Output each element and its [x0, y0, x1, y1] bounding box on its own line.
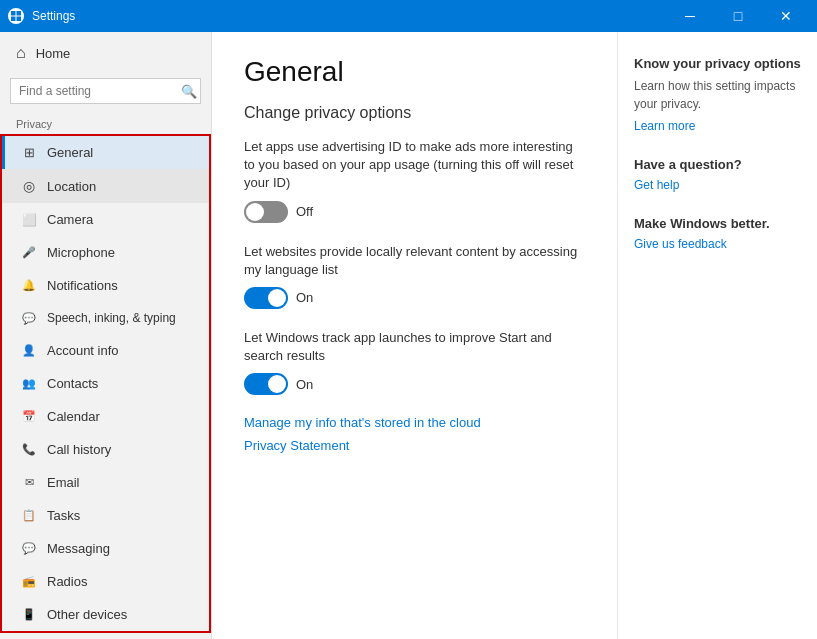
right-title-question: Have a question?	[634, 157, 801, 172]
search-icon-button[interactable]: 🔍	[181, 84, 197, 99]
sidebar-label-other-devices: Other devices	[47, 607, 127, 622]
sidebar-search-container: 🔍	[10, 78, 201, 104]
email-icon: ✉	[21, 476, 37, 489]
sidebar-label-email: Email	[47, 475, 80, 490]
sidebar-item-camera[interactable]: ⬜ Camera	[2, 203, 209, 236]
get-help-link[interactable]: Get help	[634, 178, 801, 192]
svg-rect-3	[17, 17, 22, 22]
sidebar-item-home[interactable]: ⌂ Home	[0, 32, 211, 74]
sidebar-section-label: Privacy	[0, 112, 211, 134]
setting-local-content-desc: Let websites provide locally relevant co…	[244, 243, 585, 279]
toggle-row-track-launches: On	[244, 373, 585, 395]
sidebar-label-general: General	[47, 145, 93, 160]
sidebar-label-messaging: Messaging	[47, 541, 110, 556]
notifications-icon: 🔔	[21, 279, 37, 292]
setting-local-content: Let websites provide locally relevant co…	[244, 243, 585, 309]
sidebar-item-speech[interactable]: 💬 Speech, inking, & typing	[2, 302, 209, 334]
maximize-button[interactable]: □	[715, 0, 761, 32]
sidebar-item-messaging[interactable]: 💬 Messaging	[2, 532, 209, 565]
tasks-icon: 📋	[21, 509, 37, 522]
sidebar-label-call-history: Call history	[47, 442, 111, 457]
privacy-statement-link[interactable]: Privacy Statement	[244, 438, 350, 453]
sidebar-highlight-box: ⊞ General ◎ Location ⬜ Camera 🎤 Micropho…	[0, 134, 211, 633]
call-history-icon: 📞	[21, 443, 37, 456]
sidebar-label-tasks: Tasks	[47, 508, 80, 523]
general-icon: ⊞	[21, 145, 37, 160]
home-label: Home	[36, 46, 71, 61]
sidebar-label-notifications: Notifications	[47, 278, 118, 293]
sidebar-item-other-devices[interactable]: 📱 Other devices	[2, 598, 209, 631]
camera-icon: ⬜	[21, 213, 37, 227]
page-title: General	[244, 56, 585, 88]
calendar-icon: 📅	[21, 410, 37, 423]
sidebar-item-account-info[interactable]: 👤 Account info	[2, 334, 209, 367]
feedback-link[interactable]: Give us feedback	[634, 237, 801, 251]
sidebar-item-email[interactable]: ✉ Email	[2, 466, 209, 499]
toggle-local-content[interactable]	[244, 287, 288, 309]
right-section-privacy-options: Know your privacy options Learn how this…	[634, 56, 801, 133]
window-title: Settings	[32, 9, 75, 23]
toggle-label-track-launches: On	[296, 377, 313, 392]
main-content: General Change privacy options Let apps …	[212, 32, 617, 639]
sidebar-label-camera: Camera	[47, 212, 93, 227]
right-title-windows-better: Make Windows better.	[634, 216, 801, 231]
setting-advertising-id-desc: Let apps use advertising ID to make ads …	[244, 138, 585, 193]
account-info-icon: 👤	[21, 344, 37, 357]
sidebar: ⌂ Home 🔍 Privacy ⊞ General ◎ Location ⬜	[0, 32, 212, 639]
learn-more-link[interactable]: Learn more	[634, 119, 801, 133]
messaging-icon: 💬	[21, 542, 37, 555]
window-controls: ─ □ ✕	[667, 0, 809, 32]
sidebar-label-speech: Speech, inking, & typing	[47, 311, 176, 325]
sidebar-item-general[interactable]: ⊞ General	[2, 136, 209, 169]
toggle-row-local-content: On	[244, 287, 585, 309]
radios-icon: 📻	[21, 575, 37, 588]
other-devices-icon: 📱	[21, 608, 37, 621]
manage-info-link[interactable]: Manage my info that's stored in the clou…	[244, 415, 481, 430]
sidebar-item-calendar[interactable]: 📅 Calendar	[2, 400, 209, 433]
sidebar-item-radios[interactable]: 📻 Radios	[2, 565, 209, 598]
sidebar-item-location[interactable]: ◎ Location	[2, 169, 209, 203]
sidebar-item-microphone[interactable]: 🎤 Microphone	[2, 236, 209, 269]
contacts-icon: 👥	[21, 377, 37, 390]
sidebar-item-notifications[interactable]: 🔔 Notifications	[2, 269, 209, 302]
sidebar-label-microphone: Microphone	[47, 245, 115, 260]
toggle-label-local-content: On	[296, 290, 313, 305]
right-panel: Know your privacy options Learn how this…	[617, 32, 817, 639]
sidebar-label-calendar: Calendar	[47, 409, 100, 424]
right-section-question: Have a question? Get help	[634, 157, 801, 192]
location-icon: ◎	[21, 178, 37, 194]
right-text-privacy-options: Learn how this setting impacts your priv…	[634, 77, 801, 113]
app-icon	[8, 8, 24, 24]
sidebar-label-radios: Radios	[47, 574, 87, 589]
toggle-label-advertising-id: Off	[296, 204, 313, 219]
sidebar-label-location: Location	[47, 179, 96, 194]
minimize-button[interactable]: ─	[667, 0, 713, 32]
app-container: ⌂ Home 🔍 Privacy ⊞ General ◎ Location ⬜	[0, 32, 817, 639]
toggle-row-advertising-id: Off	[244, 201, 585, 223]
home-icon: ⌂	[16, 44, 26, 62]
content-subtitle: Change privacy options	[244, 104, 585, 122]
microphone-icon: 🎤	[21, 246, 37, 259]
search-input[interactable]	[10, 78, 201, 104]
toggle-advertising-id[interactable]	[244, 201, 288, 223]
sidebar-label-account-info: Account info	[47, 343, 119, 358]
sidebar-item-tasks[interactable]: 📋 Tasks	[2, 499, 209, 532]
right-title-privacy-options: Know your privacy options	[634, 56, 801, 71]
svg-rect-1	[17, 11, 22, 16]
setting-track-launches-desc: Let Windows track app launches to improv…	[244, 329, 585, 365]
titlebar-left: Settings	[8, 8, 75, 24]
close-button[interactable]: ✕	[763, 0, 809, 32]
speech-icon: 💬	[21, 312, 37, 325]
right-section-windows-better: Make Windows better. Give us feedback	[634, 216, 801, 251]
toggle-track-launches[interactable]	[244, 373, 288, 395]
svg-rect-2	[11, 17, 16, 22]
svg-rect-0	[11, 11, 16, 16]
sidebar-item-call-history[interactable]: 📞 Call history	[2, 433, 209, 466]
sidebar-label-contacts: Contacts	[47, 376, 98, 391]
titlebar: Settings ─ □ ✕	[0, 0, 817, 32]
sidebar-item-contacts[interactable]: 👥 Contacts	[2, 367, 209, 400]
setting-track-launches: Let Windows track app launches to improv…	[244, 329, 585, 395]
setting-advertising-id: Let apps use advertising ID to make ads …	[244, 138, 585, 223]
